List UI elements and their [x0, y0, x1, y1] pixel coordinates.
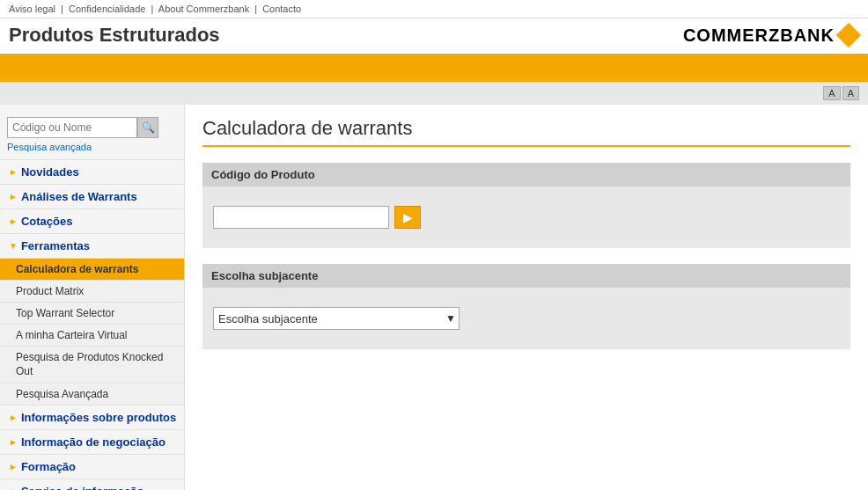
- sidebar-item-servico[interactable]: ► Serviço de informação: [0, 479, 184, 490]
- main-layout: 🔍 Pesquisa avançada ► Novidades ► Anális…: [0, 105, 868, 490]
- page-brand-title: Produtos Estruturados: [9, 24, 220, 47]
- section-body-subjacente: Escolha subjacente ▼: [202, 288, 850, 349]
- sidebar-item-top-warrant[interactable]: Top Warrant Selector: [0, 302, 184, 324]
- sidebar-item-analises[interactable]: ► Análises de Warrants: [0, 184, 184, 208]
- section-header-codigo: Código do Produto: [202, 163, 850, 186]
- section-body-codigo: ▶: [202, 186, 850, 248]
- section-header-subjacente: Escolha subjacente: [202, 264, 850, 288]
- sidebar-item-cotacoes[interactable]: ► Cotações: [0, 208, 184, 233]
- subjacente-select-area: Escolha subjacente ▼: [213, 300, 840, 337]
- content-area: Calculadora de warrants Código do Produt…: [185, 105, 868, 490]
- topbar-link-aviso[interactable]: Aviso legal: [9, 4, 55, 14]
- sidebar-item-label: Informações sobre produtos: [21, 411, 176, 424]
- chevron-right-icon: ►: [9, 192, 18, 201]
- font-small-button[interactable]: A: [842, 86, 859, 100]
- sidebar-item-pesquisa-avancada[interactable]: Pesquisa Avançada: [0, 383, 184, 405]
- sidebar-item-informacoes[interactable]: ► Informações sobre produtos: [0, 405, 184, 429]
- sidebar-item-product-matrix[interactable]: Product Matrix: [0, 280, 184, 302]
- search-area: 🔍 Pesquisa avançada: [0, 112, 184, 159]
- chevron-right-icon: ►: [9, 167, 18, 177]
- logo-text: COMMERZBANK: [683, 26, 835, 46]
- search-box: 🔍: [7, 117, 177, 138]
- sidebar-item-label: Formação: [21, 460, 76, 473]
- product-code-input[interactable]: [213, 206, 389, 229]
- sidebar-item-negociacao[interactable]: ► Informação de negociação: [0, 429, 184, 454]
- sidebar-item-calculadora[interactable]: Calculadora de warrants: [0, 258, 184, 280]
- subjacente-select[interactable]: Escolha subjacente: [213, 307, 460, 330]
- sidebar-item-label: Informação de negociação: [21, 435, 166, 449]
- font-size-controls: A A: [823, 86, 859, 100]
- font-large-button[interactable]: A: [823, 86, 840, 100]
- yellow-banner: [0, 54, 868, 82]
- search-button[interactable]: 🔍: [137, 117, 158, 138]
- sidebar: 🔍 Pesquisa avançada ► Novidades ► Anális…: [0, 105, 185, 490]
- header: Produtos Estruturados COMMERZBANK: [0, 18, 868, 54]
- topbar-link-confidencialidade[interactable]: Confidencialidade: [69, 4, 145, 14]
- sidebar-item-ferramentas[interactable]: ▼ Ferramentas: [0, 233, 184, 258]
- product-code-button[interactable]: ▶: [394, 206, 421, 229]
- sidebar-item-label: Serviço de informação: [21, 485, 143, 490]
- sidebar-item-formacao[interactable]: ► Formação: [0, 454, 184, 479]
- select-wrapper: Escolha subjacente ▼: [213, 307, 460, 330]
- product-code-area: ▶: [213, 199, 840, 236]
- advanced-search-link[interactable]: Pesquisa avançada: [7, 142, 177, 152]
- sub-nav-ferramentas: Calculadora de warrants Product Matrix T…: [0, 258, 184, 405]
- sidebar-item-label: Ferramentas: [21, 239, 90, 252]
- logo: COMMERZBANK: [683, 26, 859, 46]
- sidebar-item-pesquisa-knocked[interactable]: Pesquisa de Produtos Knocked Out: [0, 346, 184, 383]
- page-title: Calculadora de warrants: [202, 117, 850, 147]
- sub-header-bar: A A: [0, 82, 868, 105]
- chevron-right-icon: ►: [9, 462, 18, 472]
- top-bar: Aviso legal | Confidencialidade | About …: [0, 0, 868, 18]
- chevron-down-icon: ▼: [9, 241, 18, 251]
- topbar-link-contacto[interactable]: Contacto: [262, 4, 301, 14]
- sidebar-item-carteira[interactable]: A minha Carteira Virtual: [0, 324, 184, 346]
- chevron-right-icon: ►: [9, 437, 18, 447]
- sidebar-item-label: Cotações: [21, 215, 73, 228]
- chevron-right-icon: ►: [9, 216, 18, 226]
- logo-diamond-icon: [836, 23, 861, 48]
- topbar-link-about[interactable]: About Commerzbank: [158, 4, 249, 14]
- sidebar-item-label: Novidades: [21, 165, 79, 179]
- sidebar-item-label: Análises de Warrants: [21, 190, 137, 203]
- search-input[interactable]: [7, 117, 137, 138]
- sidebar-item-novidades[interactable]: ► Novidades: [0, 159, 184, 184]
- chevron-right-icon: ►: [9, 486, 18, 490]
- chevron-right-icon: ►: [9, 413, 18, 422]
